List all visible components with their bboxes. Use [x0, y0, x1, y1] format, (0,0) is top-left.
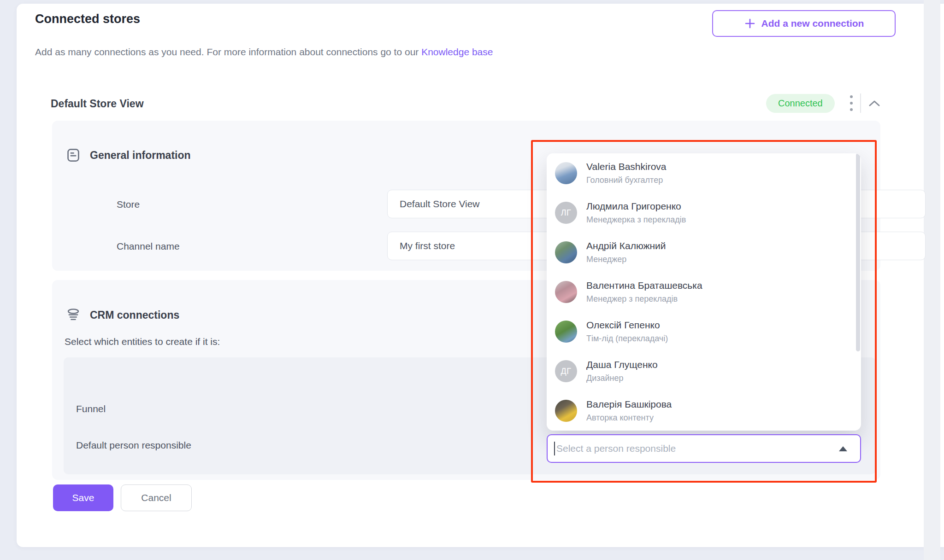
person-role: Менеджерка з перекладів — [586, 215, 686, 225]
default-person-responsible-label: Default person responsible — [76, 440, 191, 451]
person-photo-avatar — [555, 281, 577, 303]
triangle-up-icon — [839, 446, 847, 451]
person-name: Даша Глущенко — [586, 359, 658, 370]
person-dropdown: Valeria Bashkirova Головний бухгалтер ЛГ… — [547, 153, 861, 431]
person-role: Менеджер з перекладів — [586, 294, 702, 304]
person-name: Валентина Браташевська — [586, 280, 702, 291]
person-role: Дизайнер — [586, 373, 658, 383]
person-role: Менеджер — [586, 255, 666, 264]
person-name: Валерія Башкірова — [586, 399, 672, 410]
person-option[interactable]: Валерія Башкірова Авторка контенту — [547, 391, 861, 431]
person-option[interactable]: ЛГ Людмила Григоренко Менеджерка з перек… — [547, 193, 861, 233]
person-name: Андрій Калюжний — [586, 240, 666, 251]
status-badge: Connected — [766, 94, 835, 113]
person-role: Тім-лід (перекладачі) — [586, 334, 668, 344]
store-label: Store — [117, 199, 140, 210]
channel-name-input-value: My first store — [400, 240, 455, 251]
person-photo-avatar — [555, 400, 577, 422]
person-name: Олексій Гепенко — [586, 320, 668, 331]
person-option[interactable]: Валентина Браташевська Менеджер з перекл… — [547, 272, 861, 312]
general-information-header: General information — [66, 148, 191, 163]
person-option[interactable]: Valeria Bashkirova Головний бухгалтер — [547, 153, 861, 193]
kebab-menu-icon[interactable] — [846, 93, 856, 113]
document-icon — [66, 148, 81, 163]
person-photo-avatar — [555, 321, 577, 343]
text-cursor — [554, 442, 555, 455]
store-card-title: Default Store View — [51, 98, 144, 110]
page-scrollbar[interactable] — [924, 0, 940, 560]
person-name: Людмила Григоренко — [586, 201, 686, 212]
chevron-up-icon[interactable] — [867, 97, 882, 111]
person-option[interactable]: ДГ Даша Глущенко Дизайнер — [547, 351, 861, 391]
funnel-label: Funnel — [76, 403, 106, 414]
person-option[interactable]: Олексій Гепенко Тім-лід (перекладачі) — [547, 312, 861, 351]
store-input-value: Default Store View — [400, 198, 480, 210]
person-role: Головний бухгалтер — [586, 175, 667, 185]
person-select-placeholder: Select a person responsible — [556, 443, 839, 454]
header-divider — [860, 93, 861, 113]
dropdown-scrollbar-thumb[interactable] — [856, 153, 860, 351]
general-information-title: General information — [90, 149, 191, 162]
knowledge-base-link[interactable]: Knowledge base — [421, 47, 493, 57]
add-new-connection-label: Add a new connection — [761, 18, 864, 29]
plus-icon — [744, 18, 756, 29]
person-option[interactable]: Андрій Калюжний Менеджер — [547, 233, 861, 272]
connected-stores-page: Connected stores Add as many connections… — [0, 0, 944, 560]
subtitle-text: Add as many connections as you need. For… — [35, 47, 421, 57]
add-new-connection-button[interactable]: Add a new connection — [712, 10, 896, 37]
person-photo-avatar — [555, 241, 577, 263]
cancel-button[interactable]: Cancel — [121, 484, 192, 511]
person-avatar: ЛГ — [555, 202, 577, 224]
person-responsible-select[interactable]: Select a person responsible — [547, 434, 861, 463]
page-title: Connected stores — [35, 12, 140, 26]
channel-name-label: Channel name — [117, 241, 180, 252]
person-photo-avatar — [555, 162, 577, 184]
person-avatar: ДГ — [555, 360, 577, 382]
save-button[interactable]: Save — [53, 484, 113, 511]
person-role: Авторка контенту — [586, 413, 672, 423]
person-name: Valeria Bashkirova — [586, 161, 667, 172]
page-subtitle: Add as many connections as you need. For… — [35, 47, 493, 58]
